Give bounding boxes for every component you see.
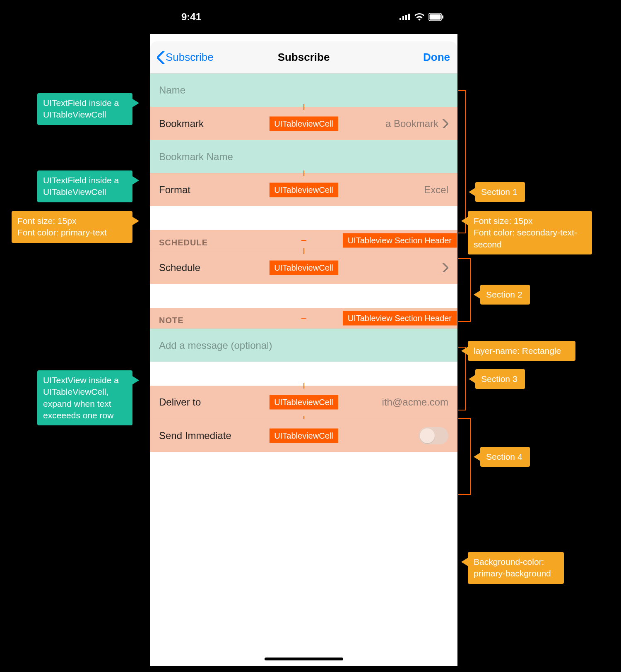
bookmark-label: Bookmark	[159, 118, 204, 130]
annotation-textfield-cell-2: UITextField inside a UITableViewCell	[37, 170, 132, 202]
badge-header: UITableview Section Header	[343, 233, 457, 248]
bracket-section-4	[458, 418, 471, 495]
bracket-section-1	[458, 90, 466, 233]
message-textview-cell[interactable]: Add a message (optional)	[150, 329, 457, 362]
annotation-section-3: Section 3	[475, 369, 525, 389]
navigation-bar: Subscribe Subscribe Done	[150, 41, 457, 74]
svg-rect-0	[400, 18, 401, 20]
schedule-header-label: SCHEDULE	[159, 238, 208, 247]
status-icons	[400, 13, 443, 21]
annotation-layer-rect: layer-name: Rectangle	[468, 341, 575, 361]
modal-sheet: Subscribe Subscribe Done Name Bookmark a…	[150, 41, 457, 666]
badge-cell: UITableviewCell	[269, 428, 338, 443]
annotation-font-primary: Font size: 15px Font color: primary-text	[12, 211, 132, 243]
section-gap	[150, 362, 457, 386]
annotation-section-4: Section 4	[480, 447, 530, 467]
format-cell[interactable]: Format Excel UITableviewCell	[150, 173, 457, 206]
annotation-textfield-cell-1: UITextField inside a UITableViewCell	[37, 93, 132, 125]
bookmark-name-placeholder: Bookmark Name	[159, 151, 233, 163]
done-button[interactable]: Done	[423, 51, 450, 64]
format-value: Excel	[424, 184, 448, 196]
badge-cell: UITableviewCell	[269, 182, 338, 197]
svg-rect-6	[442, 15, 443, 19]
badge-cell: UITableviewCell	[269, 260, 338, 275]
bookmark-name-textfield-cell[interactable]: Bookmark Name	[150, 140, 457, 173]
schedule-cell[interactable]: Schedule UITableviewCell	[150, 251, 457, 284]
status-bar: 9:41	[150, 0, 457, 34]
svg-rect-3	[408, 14, 410, 20]
bracket-section-2	[458, 258, 471, 322]
svg-rect-5	[430, 14, 441, 20]
section-gap	[150, 206, 457, 230]
annotation-font-secondary: Font size: 15px Font color: secondary-te…	[468, 211, 592, 254]
deliver-to-value: ith@acme.com	[382, 396, 448, 408]
annotation-bg-primary: Background-color: primary-background	[468, 552, 564, 584]
cellular-icon	[400, 14, 410, 20]
message-placeholder: Add a message (optional)	[159, 340, 272, 351]
deliver-to-cell[interactable]: Deliver to ith@acme.com UITableviewCell	[150, 386, 457, 419]
name-placeholder: Name	[159, 84, 185, 96]
svg-rect-1	[402, 16, 404, 20]
name-textfield-cell[interactable]: Name	[150, 74, 457, 107]
send-immediately-cell: Send Immediate UITableviewCell	[150, 419, 457, 452]
bracket-section-3	[458, 347, 466, 410]
note-section-header: NOTE UITableview Section Header	[150, 308, 457, 329]
note-header-label: NOTE	[159, 316, 184, 325]
deliver-to-label: Deliver to	[159, 396, 201, 408]
phone-frame: 9:41 Subscribe Subscribe Done Name Bookm…	[150, 0, 457, 666]
send-immediately-label: Send Immediate	[159, 430, 231, 442]
schedule-label: Schedule	[159, 262, 200, 274]
badge-cell: UITableviewCell	[269, 116, 338, 131]
send-immediately-switch[interactable]	[419, 427, 448, 444]
bookmark-value: a Bookmark	[385, 118, 438, 130]
annotation-section-2: Section 2	[480, 285, 530, 305]
annotation-textview-cell: UITextView inside a UITableViewCell, exp…	[37, 370, 132, 425]
chevron-right-icon	[443, 263, 448, 272]
back-button[interactable]: Subscribe	[157, 51, 214, 64]
chevron-left-icon	[157, 51, 165, 64]
schedule-section-header: SCHEDULE UITableview Section Header	[150, 230, 457, 251]
back-label: Subscribe	[166, 51, 214, 64]
home-indicator	[265, 658, 343, 660]
section-gap	[150, 284, 457, 308]
badge-header: UITableview Section Header	[343, 311, 457, 326]
chevron-right-icon	[443, 119, 448, 128]
status-time: 9:41	[181, 11, 400, 23]
format-label: Format	[159, 184, 190, 196]
annotation-section-1: Section 1	[475, 182, 525, 202]
bookmark-cell[interactable]: Bookmark a Bookmark UITableviewCell	[150, 107, 457, 140]
badge-cell: UITableviewCell	[269, 395, 338, 410]
wifi-icon	[414, 13, 424, 21]
svg-rect-2	[405, 15, 407, 20]
battery-icon	[428, 13, 443, 21]
